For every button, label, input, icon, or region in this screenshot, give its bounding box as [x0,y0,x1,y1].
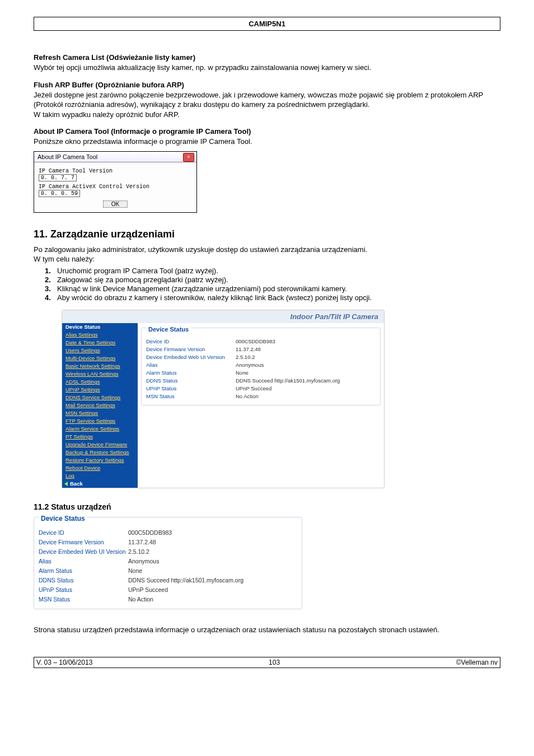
sidebar-item-mail[interactable]: Mail Service Settings [62,402,138,409]
ds2-row-msn: MSN StatusNo Action [39,595,297,604]
sidebar-item-alias[interactable]: Alias Settings [62,331,138,339]
footer-right: ©Velleman nv [456,659,498,666]
step-4: 4.Aby wrócić do obrazu z kamery i sterow… [41,293,500,302]
ds2-row-fw: Device Firmware Version11.37.2.48 [39,538,297,547]
ds-k: DDNS Status [39,577,128,584]
sidebar-item-ddns[interactable]: DDNS Service Settings [62,394,138,402]
sidebar-item-reboot[interactable]: Reboot Device [62,464,138,472]
close-icon[interactable]: × [183,153,194,162]
ds2-row-webui: Device Embeded Web UI Version2.5.10.2 [39,547,297,557]
sidebar-item-pt[interactable]: PT Settings [62,433,138,441]
sidebar-item-alarm[interactable]: Alarm Service Settings [62,425,138,433]
ds-v: None [128,567,142,574]
devmgmt-sidebar: Device Status Alias Settings Date & Time… [62,323,138,488]
step-3-text: Kliknąć w link Device Management (zarząd… [57,284,347,293]
step-4-text: Aby wrócić do obrazu z kamery i sterowni… [57,293,372,302]
ds-row-alarm: Alarm StatusNone [146,369,376,377]
sidebar-item-users[interactable]: Users Settings [62,347,138,354]
devmgmt-main: Device Status Device ID000C5DDDB983 Devi… [138,323,384,488]
step-2-text: Załogować się za pomocą przeglądarki (pa… [57,276,228,284]
devmgmt-screenshot: Indoor Pan/Tilt IP Camera Device Status … [62,310,385,488]
ok-button[interactable]: OK [103,200,128,208]
ds-v: Anonymous [128,558,159,564]
ds-v: DDNS Succeed http://ak1501.myfoscam.org [236,377,340,384]
sec112-title: 11.2 Status urządzeń [34,502,500,511]
ds-row-fw: Device Firmware Version11.37.2.48 [146,346,376,353]
step-1-text: Uruchomić program IP Camera Tool (patrz … [57,267,218,275]
about-title: About IP Camera Tool (Informacje o progr… [34,127,500,136]
ds-v: 11.37.2.48 [128,539,156,545]
doc-title: CAMIP5N1 [249,20,285,28]
ds-k: Device Firmware Version [39,539,128,545]
device-status-panel2: Device Status Device ID000C5DDDB983 Devi… [34,517,302,609]
ds-row-webui: Device Embeded Web UI Version2.5.10.2 [146,353,376,361]
sidebar-item-upgrade[interactable]: Upgrade Device Firmware [62,441,138,449]
sidebar-item-device-status[interactable]: Device Status [62,323,138,331]
ds-v: UPnP Succeed [128,586,168,593]
ds-k: Device Embeded Web UI Version [39,548,128,555]
sidebar-item-network[interactable]: Basic Network Settings [62,362,138,370]
footer: V. 03 – 10/06/2013 103 ©Velleman nv [34,657,500,668]
device-status-panel-title: Device Status [146,326,191,333]
ds-k: UPnP Status [146,385,236,391]
device-status-box: Device Status Device ID000C5DDDB983 Devi… [34,517,302,609]
ds-row-msn: MSN StatusNo Action [146,393,376,400]
device-status-rows2: Device ID000C5DDDB983 Device Firmware Ve… [39,528,297,604]
ds-v: 000C5DDDB983 [236,338,275,344]
ds2-row-alias: AliasAnonymous [39,557,297,566]
ds-k: MSN Status [146,393,236,399]
ds-row-ddns: DDNS StatusDDNS Succeed http://ak1501.my… [146,377,376,385]
sidebar-item-adsl[interactable]: ADSL Settings [62,378,138,386]
step-1: 1.Uruchomić program IP Camera Tool (patr… [41,267,500,275]
about-ok-wrap: OK [39,200,192,208]
device-status-panel2-title: Device Status [39,515,87,522]
sidebar-item-wireless[interactable]: Wireless LAN Settings [62,370,138,378]
ds-v: Anonymous [236,362,264,368]
about-text: Poniższe okno przedstawia informacje o p… [34,137,500,147]
ds-v: 2.5.10.2 [128,548,149,555]
ds-k: Alarm Status [146,370,236,376]
about-row2-value: 0. 0. 0. 59 [39,190,80,197]
ds-k: Device Embeded Web UI Version [146,354,236,360]
devmgmt-header: Indoor Pan/Tilt IP Camera [62,310,384,323]
about-row2-label: IP Camera ActiveX Control Version [39,184,151,190]
sidebar-item-log[interactable]: Log [62,472,138,480]
ds2-row-alarm: Alarm StatusNone [39,566,297,576]
sidebar-item-ftp[interactable]: FTP Service Settings [62,417,138,425]
about-row1-label: IP Camera Tool Version [39,168,151,174]
ds-k: Alias [146,362,236,368]
ds-v: DDNS Succeed http://ak1501.myfoscam.org [128,577,243,584]
device-status-rows: Device ID000C5DDDB983 Device Firmware Ve… [146,338,376,400]
ds-k: Device ID [146,338,236,344]
sidebar-item-backup[interactable]: Backup & Restore Settings [62,449,138,456]
ds-v: 11.37.2.48 [236,346,261,352]
sec11-intro2: W tym celu należy: [34,254,500,264]
ds-k: Alias [39,558,128,564]
sec11-title: 11. Zarządzanie urządzeniami [34,228,500,240]
sidebar-item-datetime[interactable]: Date & Time Settings [62,339,138,347]
ds-v: UPnP Succeed [236,385,271,391]
ds-k: MSN Status [39,596,128,603]
ds-v: 000C5DDDB983 [128,529,172,536]
sidebar-back[interactable]: Back [62,480,138,488]
sidebar-item-upnp[interactable]: UPnP Settings [62,386,138,394]
sec112-after: Strona statusu urządzeń przedstawia info… [34,625,500,635]
about-row-2: IP Camera ActiveX Control Version 0. 0. … [39,184,192,197]
about-dialog-title-text: About IP Camera Tool [38,153,97,160]
sec11-intro1: Po zalogowaniu jako administrator, użytk… [34,245,500,255]
ds-v: No Action [128,596,153,603]
refresh-title: Refresh Camera List (Odświeżanie listy k… [34,53,500,62]
ds-row-deviceid: Device ID000C5DDDB983 [146,338,376,346]
ds-v: No Action [236,393,259,399]
sidebar-item-multidevice[interactable]: Multi-Device Settings [62,354,138,362]
sidebar-item-restore[interactable]: Restore Factory Settings [62,456,138,464]
about-dialog-body: IP Camera Tool Version 0. 0. 7. 7 IP Cam… [34,162,196,212]
sec11-steps: 1.Uruchomić program IP Camera Tool (patr… [41,267,500,302]
flush-text2: W takim wypadku należy opróżnić bufor AR… [34,110,500,120]
ds-k: DDNS Status [146,377,236,384]
ds-k: Device Firmware Version [146,346,236,352]
ds-k: Alarm Status [39,567,128,574]
sidebar-item-msn[interactable]: MSN Settings [62,409,138,417]
ds-row-alias: AliasAnonymous [146,361,376,369]
ds2-row-ddns: DDNS StatusDDNS Succeed http://ak1501.my… [39,576,297,585]
